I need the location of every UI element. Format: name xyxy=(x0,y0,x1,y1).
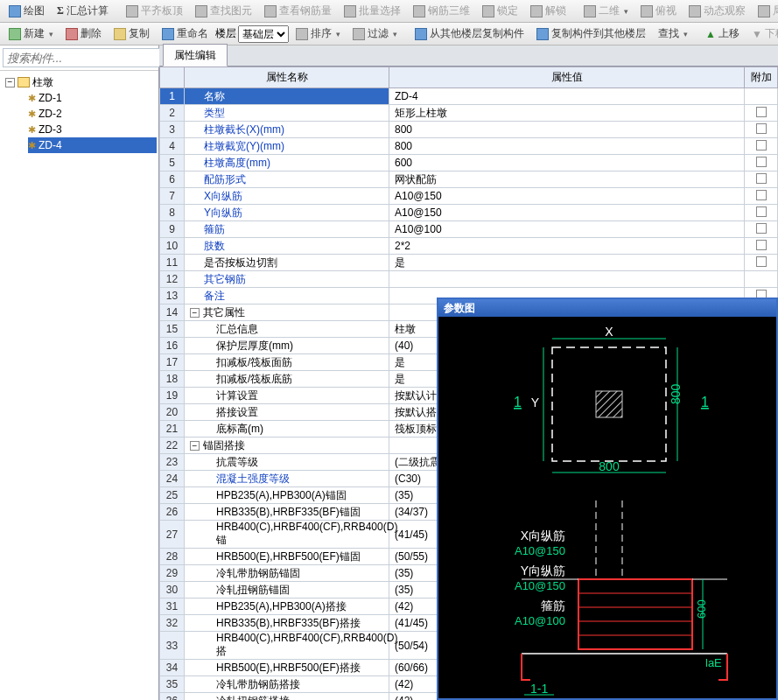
summary-button[interactable]: Σ汇总计算 xyxy=(52,1,114,21)
component-sidebar: 🔍 − 柱墩 ✱ZD-1✱ZD-2✱ZD-3✱ZD-4 xyxy=(0,46,159,700)
property-extra[interactable] xyxy=(745,188,778,205)
property-value[interactable]: 600 xyxy=(389,155,745,172)
checkbox-icon[interactable] xyxy=(756,206,767,217)
search-input[interactable] xyxy=(3,48,160,67)
tree-item[interactable]: ✱ZD-3 xyxy=(28,122,157,137)
row-number: 17 xyxy=(160,354,185,371)
property-row[interactable]: 2类型矩形上柱墩 xyxy=(160,105,778,122)
property-row[interactable]: 11是否按板边切割是 xyxy=(160,255,778,271)
copy-to-floor-button[interactable]: 复制构件到其他楼层 xyxy=(531,24,651,44)
property-row[interactable]: 1名称ZD-4 xyxy=(160,88,778,105)
checkbox-icon[interactable] xyxy=(756,107,767,117)
property-value[interactable]: 矩形上柱墩 xyxy=(389,105,745,122)
property-extra[interactable] xyxy=(745,172,778,188)
draw-button[interactable]: 绘图 xyxy=(4,1,50,21)
copy-from-icon xyxy=(415,28,427,40)
property-extra[interactable] xyxy=(745,255,778,271)
tree-root[interactable]: − 柱墩 xyxy=(2,74,157,90)
checkbox-icon[interactable] xyxy=(756,123,767,134)
rebar3d-button[interactable]: 钢筋三维 xyxy=(408,1,475,21)
property-row[interactable]: 3柱墩截长(X)(mm)800 xyxy=(160,122,778,138)
property-row[interactable]: 7X向纵筋A10@150 xyxy=(160,188,778,205)
property-name: 扣减板/筏板面筋 xyxy=(185,354,389,371)
property-row[interactable]: 5柱墩高度(mm)600 xyxy=(160,155,778,172)
property-value[interactable]: 2*2 xyxy=(389,238,745,255)
property-extra[interactable] xyxy=(745,138,778,155)
group-toggle-icon[interactable]: − xyxy=(190,308,200,318)
checkbox-icon[interactable] xyxy=(756,240,767,250)
tree-item[interactable]: ✱ZD-4 xyxy=(28,137,157,153)
view2d-dropdown[interactable]: 二维 xyxy=(578,1,634,21)
row-number: 5 xyxy=(160,155,185,172)
property-row[interactable]: 4柱墩截宽(Y)(mm)800 xyxy=(160,138,778,155)
row-number: 35 xyxy=(160,676,185,693)
lock-button[interactable]: 锁定 xyxy=(477,1,523,21)
property-value[interactable]: 网状配筋 xyxy=(389,172,745,188)
move-up-button[interactable]: ▲上移 xyxy=(700,24,745,44)
property-value[interactable]: 800 xyxy=(389,138,745,155)
property-value[interactable]: ZD-4 xyxy=(389,88,745,105)
property-row[interactable]: 8Y向纵筋A10@150 xyxy=(160,205,778,221)
partial3d-button[interactable]: 局部三 xyxy=(753,1,778,21)
tree-item[interactable]: ✱ZD-2 xyxy=(28,106,157,122)
property-value[interactable] xyxy=(389,271,745,288)
collapse-icon[interactable]: − xyxy=(5,78,15,88)
group-toggle-icon[interactable]: − xyxy=(190,441,200,451)
align-top-button[interactable]: 平齐板顶 xyxy=(121,1,188,21)
property-name: HRB335(B),HRBF335(BF)搭接 xyxy=(185,615,389,632)
property-name: 冷轧带肋钢筋搭接 xyxy=(185,676,389,693)
checkbox-icon[interactable] xyxy=(756,140,767,150)
checkbox-icon[interactable] xyxy=(756,190,767,200)
row-number: 12 xyxy=(160,271,185,288)
property-value[interactable]: A10@150 xyxy=(389,205,745,221)
overview-button[interactable]: 俯视 xyxy=(635,1,682,21)
property-row[interactable]: 12其它钢筋 xyxy=(160,271,778,288)
property-extra[interactable] xyxy=(745,88,778,105)
property-extra[interactable] xyxy=(745,238,778,255)
row-number: 28 xyxy=(160,549,185,565)
property-row[interactable]: 9箍筋A10@100 xyxy=(160,221,778,238)
find-element-button[interactable]: 查找图元 xyxy=(190,1,257,21)
delete-button[interactable]: 删除 xyxy=(60,24,107,44)
new-icon xyxy=(9,28,21,40)
tree-item[interactable]: ✱ZD-1 xyxy=(28,90,157,106)
find-button[interactable]: 查找 xyxy=(653,24,693,44)
property-row[interactable]: 6配筋形式网状配筋 xyxy=(160,172,778,188)
property-value[interactable]: A10@150 xyxy=(389,188,745,205)
move-down-button[interactable]: ▼下移 xyxy=(746,24,778,44)
property-extra[interactable] xyxy=(745,105,778,122)
tree-item-label: ZD-1 xyxy=(39,92,62,104)
checkbox-icon[interactable] xyxy=(756,223,767,234)
property-name: 混凝土强度等级 xyxy=(185,471,389,487)
property-value[interactable]: A10@100 xyxy=(389,221,745,238)
property-extra[interactable] xyxy=(745,271,778,288)
property-extra[interactable] xyxy=(745,205,778,221)
property-extra[interactable] xyxy=(745,155,778,172)
rename-button[interactable]: 重命名 xyxy=(157,24,214,44)
rename-icon xyxy=(162,28,174,40)
property-row[interactable]: 10肢数2*2 xyxy=(160,238,778,255)
checkbox-icon[interactable] xyxy=(756,256,767,267)
tab-properties[interactable]: 属性编辑 xyxy=(163,44,228,66)
sort-button[interactable]: 排序 xyxy=(291,24,346,44)
batch-select-button[interactable]: 批量选择 xyxy=(339,1,406,21)
copy-from-floor-button[interactable]: 从其他楼层复制构件 xyxy=(410,24,529,44)
row-number: 24 xyxy=(160,471,185,487)
unlock-button[interactable]: 解锁 xyxy=(525,1,571,21)
property-extra[interactable] xyxy=(745,122,778,138)
property-name: HPB235(A),HPB300(A)搭接 xyxy=(185,598,389,615)
check-rebar-button[interactable]: 查看钢筋量 xyxy=(259,1,337,21)
svg-text:X: X xyxy=(605,325,613,339)
new-button[interactable]: 新建 xyxy=(4,24,59,44)
filter-button[interactable]: 过滤 xyxy=(347,24,403,44)
component-tree[interactable]: − 柱墩 ✱ZD-1✱ZD-2✱ZD-3✱ZD-4 xyxy=(0,71,158,700)
observe-button[interactable]: 动态观察 xyxy=(683,1,751,21)
floor-select[interactable]: 基础层 xyxy=(238,25,289,43)
property-value[interactable]: 800 xyxy=(389,122,745,138)
floor-label: 楼层 xyxy=(215,26,236,41)
checkbox-icon[interactable] xyxy=(756,173,767,184)
copy-button[interactable]: 复制 xyxy=(109,24,155,44)
checkbox-icon[interactable] xyxy=(756,157,767,167)
property-extra[interactable] xyxy=(745,221,778,238)
property-value[interactable]: 是 xyxy=(389,255,745,271)
